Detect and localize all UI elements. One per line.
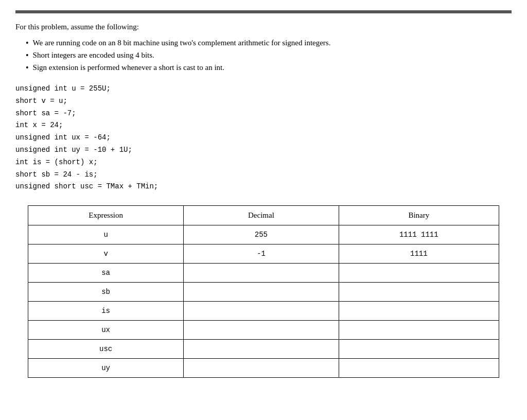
cell-decimal-1: -1 xyxy=(184,244,339,264)
cell-binary-4 xyxy=(339,302,499,321)
cell-binary-3 xyxy=(339,283,499,302)
cell-expr-5: ux xyxy=(28,321,184,340)
cell-binary-5 xyxy=(339,321,499,340)
cell-expr-3: sb xyxy=(28,283,184,302)
cell-decimal-3 xyxy=(184,283,339,302)
cell-decimal-2 xyxy=(184,264,339,283)
cell-decimal-6 xyxy=(184,340,339,359)
code-line-6: int is = (short) x; xyxy=(15,156,512,169)
bullet-item-2: Short integers are encoded using 4 bits. xyxy=(26,51,512,60)
bullet-text-1: We are running code on an 8 bit machine … xyxy=(33,39,331,47)
code-line-7: short sb = 24 - is; xyxy=(15,169,512,181)
code-line-0: unsigned int u = 255U; xyxy=(15,83,512,95)
code-line-4: unsigned int ux = -64; xyxy=(15,132,512,144)
table-row: u2551111 1111 xyxy=(28,225,499,244)
cell-expr-1: v xyxy=(28,244,184,264)
cell-binary-1: 1111 xyxy=(339,244,499,264)
bullet-list: We are running code on an 8 bit machine … xyxy=(26,39,512,73)
bullet-item-1: We are running code on an 8 bit machine … xyxy=(26,39,512,48)
code-line-8: unsigned short usc = TMax + TMin; xyxy=(15,181,512,193)
intro-text: For this problem, assume the following: xyxy=(15,23,512,31)
code-line-2: short sa = -7; xyxy=(15,108,512,120)
cell-binary-7 xyxy=(339,359,499,378)
code-line-5: unsigned int uy = -10 + 1U; xyxy=(15,144,512,156)
cell-decimal-7 xyxy=(184,359,339,378)
code-block: unsigned int u = 255U; short v = u; shor… xyxy=(15,83,512,193)
cell-binary-0: 1111 1111 xyxy=(339,225,499,244)
col-header-expression: Expression xyxy=(28,206,184,225)
cell-decimal-0: 255 xyxy=(184,225,339,244)
top-bar xyxy=(15,10,512,13)
col-header-binary: Binary xyxy=(339,206,499,225)
cell-expr-7: uy xyxy=(28,359,184,378)
bullet-item-3: Sign extension is performed whenever a s… xyxy=(26,63,512,73)
table-row: v-11111 xyxy=(28,244,499,264)
cell-expr-2: sa xyxy=(28,264,184,283)
bullet-text-2: Short integers are encoded using 4 bits. xyxy=(33,51,154,60)
table-row: is xyxy=(28,302,499,321)
cell-binary-6 xyxy=(339,340,499,359)
code-line-1: short v = u; xyxy=(15,95,512,108)
bullet-text-3: Sign extension is performed whenever a s… xyxy=(33,63,224,72)
cell-expr-0: u xyxy=(28,225,184,244)
cell-expr-4: is xyxy=(28,302,184,321)
col-header-decimal: Decimal xyxy=(184,206,339,225)
cell-decimal-4 xyxy=(184,302,339,321)
table-row: sa xyxy=(28,264,499,283)
cell-decimal-5 xyxy=(184,321,339,340)
table-row: ux xyxy=(28,321,499,340)
table-row: usc xyxy=(28,340,499,359)
table-row: uy xyxy=(28,359,499,378)
table-row: sb xyxy=(28,283,499,302)
cell-expr-6: usc xyxy=(28,340,184,359)
cell-binary-2 xyxy=(339,264,499,283)
code-line-3: int x = 24; xyxy=(15,119,512,132)
data-table: Expression Decimal Binary u2551111 1111v… xyxy=(28,205,499,378)
